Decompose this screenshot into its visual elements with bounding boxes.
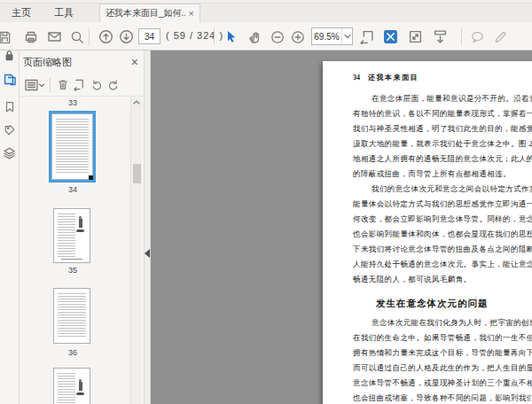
panel-divider[interactable] [145,50,151,404]
thumbnail-page-image [51,113,93,180]
main-toolbar: ( 59 / 324 ) 69.5% [0,22,532,50]
fill-sign-button[interactable] [493,29,508,44]
comment-icon [470,30,485,44]
document-tab-label: 还我本来面目_如何... [106,7,185,19]
page-number-input[interactable] [138,28,160,44]
thumbnails-panel: 页面缩略图 × [20,50,145,404]
comment-button[interactable] [470,29,485,44]
panel-close-icon[interactable]: × [131,55,138,69]
zoom-level-select[interactable]: 69.5% [311,27,353,45]
select-tool-icon [225,30,238,43]
nav-bookmarks-button[interactable] [0,96,20,117]
nav-lock-button[interactable] [0,50,20,62]
zoom-in-button[interactable] [290,29,305,44]
email-button[interactable] [47,29,62,44]
fullscreen-button[interactable] [408,29,423,44]
nav-page-thumbnails-button[interactable] [0,69,20,90]
content-row: 页面缩略图 × [0,50,532,404]
scrollbar-up-arrow-icon[interactable] [131,97,142,108]
panel-toolbar-separator [50,78,51,92]
thumbnail-label-36: 36 [20,348,126,357]
nav-layers-button[interactable] [0,142,20,163]
next-page-button[interactable] [119,29,134,44]
panel-header: 页面缩略图 × [20,50,144,74]
rotate-ccw-button[interactable] [88,77,105,92]
thumbnail-options-button[interactable] [23,77,46,92]
thumbnail-list: 33 34 35 36 [20,97,144,404]
body-line: 拥有热情和力量来完成这个目标，导管的能量再向下个次元 [353,346,532,361]
resize-pages-button[interactable] [71,77,88,92]
thumbnail-page-37-partial[interactable] [53,368,90,404]
tab-home[interactable]: 主页 [0,4,43,22]
statue-figure-image [76,216,84,232]
body-line: 意念体次元能在我们化身为人时，把宇宙的创造冲动带 [353,315,532,330]
body-line: 地相通之人所拥有的通畅无阻的意念体次元；此人的意念体导 [353,152,532,167]
document-tab[interactable]: 还我本来面目_如何... × [99,4,200,22]
scroll-mode-icon [433,29,448,44]
thumbnail-label-35: 35 [20,266,126,275]
thumbnail-page-35[interactable] [53,208,90,263]
fullscreen-icon [408,29,423,44]
body-line: 有独特的意识，各以不同的能量表现形式，掌握着一致的人生 [353,106,532,121]
layers-icon [3,146,16,159]
toolbar-separator [214,27,215,45]
selection-handle[interactable] [89,175,93,180]
hand-tool-button[interactable] [246,29,262,44]
panel-toolbar [20,74,144,97]
body-line: 在意念体层面，能量和意识是分不开的。沿着意念体导管 [353,91,532,106]
select-tool-button[interactable] [223,29,239,44]
rotate-ccw-icon [90,79,103,91]
body-line: 何改变，都会立即影响到意念体导管。同样的，意念体次元 [353,212,532,227]
fit-page-button[interactable] [383,29,398,44]
tab-home-label: 主页 [12,6,31,19]
thumbnail-page-36[interactable] [53,288,90,344]
tab-bar: 主页 工具 还我本来面目_如何... × [0,4,532,22]
chevron-down-icon[interactable] [341,28,352,44]
body-line: 我们的意念体次元和意念之间会以特定方式作实时沟通， [353,182,532,197]
thumbnail-label-34: 34 [20,185,126,194]
zoom-level-value: 69.5% [312,32,341,42]
save-icon [0,30,12,43]
previous-page-button[interactable] [98,29,113,44]
email-icon [47,30,62,43]
fill-sign-pen-icon [493,29,508,44]
left-nav-strip [0,50,20,404]
delete-pages-button[interactable] [54,77,71,92]
document-view-area[interactable]: 34还我本来面目 在意念体层面，能量和意识是分不开的。沿着意念体导管 有独特的意… [151,50,532,404]
book-title: 还我本来面目 [368,74,419,82]
page-running-header: 34还我本来面目 [353,73,419,82]
fit-width-button[interactable] [359,29,374,44]
nav-attachments-button[interactable] [0,119,20,140]
zoom-out-button[interactable] [270,29,285,44]
thumbnail-label-33: 33 [20,98,126,107]
print-button[interactable] [23,29,38,44]
tab-tools-label: 工具 [54,6,74,19]
save-button[interactable] [0,29,12,44]
panel-title: 页面缩略图 [23,56,131,69]
body-line: 意念体导管不畅通，或显现神圣计划的三个重点不相通，那 [353,376,532,391]
tab-close-icon[interactable]: × [185,8,194,19]
toolbar-separator [89,27,90,45]
scroll-mode-button[interactable] [433,29,448,44]
thumbnail-scrollbar[interactable] [130,97,142,404]
body-line: 畅通无阻的人，都可说凤毛麟角。 [353,272,532,287]
body-line: 汲取大地的能量，就表示我们处于意念体之中。图 2-2 显示能 [353,136,532,152]
body-line: 我们与神圣灵性相通，明了我们此生的目的，能感觉到自己的 [353,121,532,136]
rotate-cw-button[interactable] [105,77,121,92]
fit-width-icon [359,29,374,44]
thumbnail-page-34[interactable] [49,111,96,183]
section-heading: 发生在意念体次元的问题 [353,294,532,313]
body-line: 也会影响到能量体和肉体，也都会显现在我们的思想、感受和 [353,227,532,242]
body-line: 能量体会以特定方式与我们的思想感觉作立即沟通一样。我们 [353,197,532,212]
search-button[interactable] [69,29,84,44]
pdf-reader-window: 主页 工具 还我本来面目_如何... × ( 59 / 324 ) [0,0,532,404]
tab-tools[interactable]: 工具 [43,4,85,22]
statue-figure-image [76,379,84,395]
page-down-icon [119,29,134,44]
print-icon [24,30,38,44]
hand-tool-icon [247,30,262,44]
scrollbar-thumb[interactable] [133,164,141,183]
fit-page-icon [383,29,398,44]
panel-collapse-icon[interactable] [145,249,150,258]
body-line: 的障蔽或扭曲，而导管上所有点都相通相连。 [353,167,532,182]
